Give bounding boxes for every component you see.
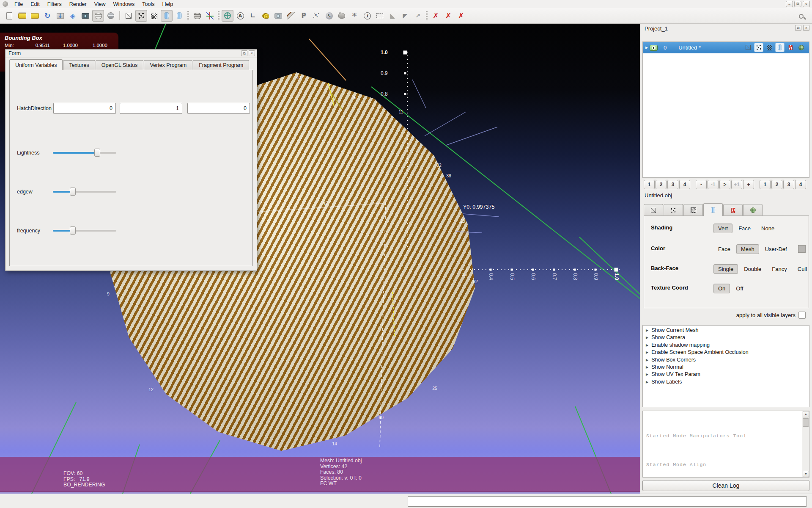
decoration-item[interactable]: ▶ Show Normal bbox=[643, 364, 809, 371]
slider-handle[interactable] bbox=[70, 226, 76, 235]
menu-item[interactable]: Tools bbox=[138, 0, 158, 8]
select-connected-faces-icon[interactable]: ◤ bbox=[399, 10, 411, 22]
dialog-close-button[interactable]: × bbox=[249, 50, 255, 56]
alignment-bunny-icon[interactable] bbox=[336, 10, 348, 22]
render-tab-wireframe[interactable] bbox=[683, 204, 703, 216]
backface-option[interactable]: Fancy bbox=[767, 264, 791, 274]
backface-option[interactable]: Cull bbox=[793, 264, 812, 274]
show-axis-icon[interactable] bbox=[204, 10, 216, 22]
color-option[interactable]: Mesh bbox=[736, 244, 759, 254]
scrollbar-thumb[interactable] bbox=[803, 418, 809, 427]
trackball-icon[interactable] bbox=[222, 10, 233, 22]
backface-option[interactable]: Double bbox=[739, 264, 766, 274]
log-scrollbar[interactable]: ▲ ▼ bbox=[802, 411, 809, 477]
dialog-tab[interactable]: Vertex Program bbox=[144, 60, 192, 70]
lightness-slider[interactable] bbox=[53, 149, 116, 157]
edgew-slider[interactable] bbox=[53, 188, 116, 196]
panel-close-button[interactable]: × bbox=[803, 25, 809, 31]
layer-row-untitled[interactable]: ▶ 0 Untitled * bbox=[643, 42, 809, 53]
scroll-down-icon[interactable]: ▼ bbox=[803, 471, 809, 477]
layer-nav-button[interactable]: + bbox=[743, 180, 754, 189]
layer-points-icon[interactable] bbox=[754, 43, 763, 52]
delete-selected-vertices-icon[interactable]: ✗ bbox=[430, 10, 442, 22]
pickpoints-icon[interactable]: P bbox=[298, 10, 310, 22]
shading-option[interactable]: Vert bbox=[713, 224, 732, 233]
info-icon[interactable]: i bbox=[361, 10, 373, 22]
render-tab-bbox[interactable] bbox=[644, 204, 663, 216]
layer-nav-button[interactable]: 1 bbox=[760, 180, 771, 189]
draw-points-icon[interactable] bbox=[135, 10, 147, 22]
import-mesh-icon[interactable] bbox=[29, 10, 41, 22]
open-project-icon[interactable] bbox=[16, 10, 28, 22]
select-faces-icon[interactable]: ◣ bbox=[387, 10, 398, 22]
draw-smooth-shading-icon[interactable] bbox=[173, 10, 185, 22]
scroll-up-icon[interactable]: ▲ bbox=[803, 411, 809, 417]
draw-bbox-icon[interactable] bbox=[123, 10, 134, 22]
layers-stack-icon[interactable] bbox=[191, 10, 203, 22]
layer-wireframe-icon[interactable] bbox=[765, 43, 774, 52]
render-tab-color[interactable] bbox=[723, 204, 743, 216]
dialog-tab[interactable]: Fragment Program bbox=[193, 60, 249, 70]
hatch-direction-z-field[interactable] bbox=[187, 103, 250, 114]
layer-nav-button[interactable]: > bbox=[719, 180, 730, 189]
save-project-icon[interactable]: ◈ bbox=[67, 10, 79, 22]
3d-viewport[interactable]: 1.0 0.9 0.8 0.4 0.5 0. bbox=[0, 24, 640, 494]
reload-mesh-icon[interactable]: ↻ bbox=[41, 10, 53, 22]
dialog-tab[interactable]: Uniform Variables bbox=[9, 59, 63, 70]
decoration-item[interactable]: ▶ Enable Screen Space Ambient Occlusion bbox=[643, 349, 809, 356]
slider-handle[interactable] bbox=[70, 188, 76, 196]
render-tab-texture[interactable] bbox=[743, 204, 763, 216]
window-close-button[interactable]: × bbox=[803, 1, 810, 7]
paint-tool-icon[interactable] bbox=[285, 10, 297, 22]
decoration-item[interactable]: ▶ Show Camera bbox=[643, 334, 809, 341]
layer-nav-button[interactable]: 2 bbox=[656, 180, 667, 189]
panel-float-button[interactable]: ⧉ bbox=[795, 25, 801, 31]
render-tab-solid[interactable] bbox=[703, 203, 723, 216]
manipulator-icon[interactable]: ↖ bbox=[323, 10, 335, 22]
layer-texture-icon[interactable] bbox=[796, 43, 806, 52]
layer-nav-button[interactable]: - bbox=[696, 180, 707, 189]
layer-flat-icon[interactable] bbox=[775, 43, 785, 52]
color-option[interactable]: User-Def bbox=[760, 244, 792, 254]
new-project-icon[interactable] bbox=[3, 10, 15, 22]
apply-all-layers-checkbox[interactable] bbox=[798, 312, 806, 319]
raster-align-icon[interactable] bbox=[272, 10, 284, 22]
decoration-item[interactable]: ▶ Show Labels bbox=[643, 378, 809, 386]
layer-visibility-eye-icon[interactable] bbox=[650, 45, 658, 51]
show-raster-icon[interactable] bbox=[105, 10, 117, 22]
deselect-icon[interactable]: ↗ bbox=[412, 10, 424, 22]
layer-nav-button[interactable]: 3 bbox=[783, 180, 794, 189]
draw-wireframe-icon[interactable] bbox=[148, 10, 160, 22]
layer-nav-button[interactable]: 2 bbox=[771, 180, 782, 189]
measure-tool-icon[interactable]: ∟ bbox=[247, 10, 259, 22]
hatch-direction-x-field[interactable] bbox=[53, 103, 116, 114]
draw-flat-shading-icon[interactable] bbox=[161, 10, 173, 22]
hatch-direction-y-field[interactable] bbox=[120, 103, 182, 114]
layer-bbox-icon[interactable] bbox=[743, 43, 753, 52]
dialog-title[interactable]: Form bbox=[5, 50, 257, 58]
window-minimize-button[interactable]: − bbox=[786, 1, 793, 7]
texture-coord-option[interactable]: On bbox=[713, 284, 730, 293]
menu-item[interactable]: File bbox=[11, 0, 27, 8]
layer-expand-icon[interactable]: ▶ bbox=[645, 46, 650, 50]
decoration-item[interactable]: ▶ Show UV Tex Param bbox=[643, 371, 809, 378]
snapshot-icon[interactable] bbox=[80, 10, 91, 22]
shading-option[interactable]: Face bbox=[734, 224, 755, 233]
decoration-item[interactable]: ▶ Enable shadow mapping bbox=[643, 342, 809, 349]
georef-icon[interactable]: * bbox=[348, 10, 360, 22]
slider-handle[interactable] bbox=[94, 149, 100, 157]
layer-nav-button[interactable]: 1 bbox=[644, 180, 655, 189]
select-vertices-icon[interactable] bbox=[374, 10, 386, 22]
backface-option[interactable]: Single bbox=[713, 264, 738, 274]
shell-icon[interactable] bbox=[260, 10, 272, 22]
clean-log-button[interactable]: Clean Log bbox=[642, 480, 809, 491]
decoration-item[interactable]: ▶ Show Current Mesh bbox=[643, 327, 809, 334]
texture-coord-option[interactable]: Off bbox=[731, 284, 748, 293]
layer-nav-button[interactable]: -1 bbox=[708, 180, 719, 189]
dialog-float-button[interactable]: ⧉ bbox=[241, 50, 247, 56]
show-layer-dialog-icon[interactable] bbox=[92, 10, 104, 22]
menu-item[interactable]: Windows bbox=[110, 0, 139, 8]
window-restore-button[interactable]: ⧉ bbox=[794, 1, 801, 7]
menu-item[interactable]: Render bbox=[66, 0, 91, 8]
decoration-item[interactable]: ▶ Show Box Corners bbox=[643, 356, 809, 364]
